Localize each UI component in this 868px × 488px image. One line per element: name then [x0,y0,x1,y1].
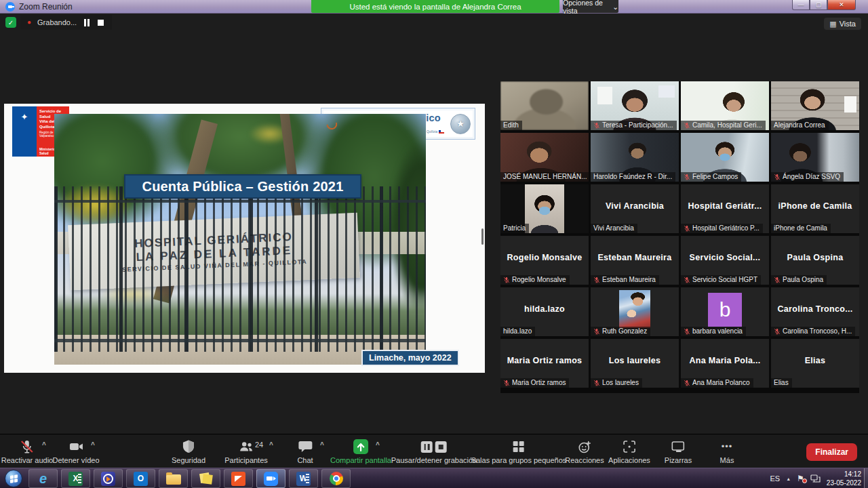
security-button[interactable]: Seguridad [172,439,205,464]
hidden-icons-caret[interactable]: ▲ [786,476,791,481]
reactions-button[interactable]: Reacciones [565,439,604,464]
caret-up-icon[interactable]: ^ [376,441,380,449]
unmute-audio-button[interactable]: Reactivar audio ^ [1,439,53,464]
participant-tile[interactable]: Patricia [500,184,589,233]
pause-recording-icon[interactable] [83,19,91,26]
participant-label-text: Felipe Campos [692,173,738,180]
participant-label: Servicio Social HGPT [681,275,761,285]
breakout-rooms-icon [511,439,526,454]
participant-tile[interactable]: b barbara valencia [681,287,769,336]
participant-tile[interactable]: Los laureles Los laureles [591,339,679,388]
start-button[interactable] [5,470,22,487]
participant-label-text: Ana Maria Polanco [692,379,750,386]
taskbar-excel-icon[interactable]: X [61,469,90,488]
toolbar-label: Pizarras [665,456,692,464]
maximize-button[interactable]: ▢ [810,0,827,10]
participant-tile[interactable]: Edith [500,81,589,130]
caret-up-icon[interactable]: ^ [91,441,95,449]
taskbar-chrome-icon[interactable] [321,469,351,488]
taskbar-word-icon[interactable]: W [289,469,318,488]
participant-tile[interactable]: Vivi Arancibia Vivi Arancibia [591,184,679,233]
end-meeting-button[interactable]: Finalizar [806,443,857,461]
participant-tile[interactable]: Haroldo Faúndez R - Dir... [591,133,679,182]
view-options-button[interactable]: Opciones de vista ⌄ [563,0,618,13]
taskbar-zoom-icon[interactable] [256,469,285,488]
caret-up-icon[interactable]: ^ [320,441,324,449]
participant-label: Rogelio Monsalve [500,275,570,285]
participant-tile[interactable]: Ángela Díaz SSVQ [771,133,859,182]
whiteboard-icon [671,439,686,454]
participant-label-text: Los laureles [602,379,639,386]
network-icon[interactable] [810,474,821,483]
participant-tile[interactable]: Alejandra Correa [771,81,859,130]
participant-label: barbara valencia [681,327,746,336]
breakout-rooms-button[interactable]: Salas para grupos pequeños [471,439,567,464]
vista-button[interactable]: ▦ Vista [824,18,861,30]
taskbar-sticky-notes-icon[interactable] [191,469,220,488]
participant-label: Hospital Geriátrico P... [681,224,763,233]
close-button[interactable]: ✕ [827,0,856,10]
chat-button[interactable]: Chat ^ [297,439,313,464]
show-desktop-button[interactable] [864,468,868,488]
chevron-down-icon: ⌄ [612,3,618,11]
pause-recording-icon[interactable] [421,441,433,453]
participant-label-text: Vivi Arancibia [593,224,634,232]
participant-tile[interactable]: Elias Elias [771,339,859,388]
whiteboards-button[interactable]: Pizarras [665,439,692,464]
share-screen-button[interactable]: Compartir pantalla ^ [330,439,391,464]
taskbar-clock[interactable]: 14:12 23-05-2022 [827,470,861,487]
participant-tile[interactable]: Ruth Gonzalez [591,287,679,336]
view-options-label: Opciones de vista [563,0,610,15]
hospital-seal-icon: ★ [450,114,471,134]
participants-button[interactable]: Participantes 24 ^ [224,439,268,464]
participant-tile[interactable]: Servicio Social... Servicio Social HGPT [681,236,769,285]
chile-flag-icon [439,130,444,134]
minimize-button[interactable]: — [792,0,810,10]
participant-tile[interactable]: Teresa - Participación... [591,81,679,130]
mic-muted-icon [684,122,690,129]
participant-tile[interactable]: Felipe Campos [681,133,769,182]
stop-recording-icon[interactable] [97,19,105,26]
action-center-flag-icon[interactable]: ⚑ [797,474,804,483]
shield-icon [181,439,196,454]
participant-tile[interactable]: Carolina Tronco... Carolina Troncoso, H.… [771,287,859,336]
participant-label: hilda.lazo [500,327,535,336]
shared-screen-slide: ✦ Servicio de Salud Viña del Mar Quillot… [4,104,485,373]
taskbar-pdf-reader-icon[interactable] [224,469,253,488]
slide-date-badge: Limache, mayo 2022 [361,350,459,366]
participant-tile[interactable]: Hospital Geriátr... Hospital Geriátrico … [681,184,769,233]
caret-up-icon[interactable]: ^ [269,441,273,449]
participant-tile[interactable]: iPhone de Camila iPhone de Camila [771,184,859,233]
participant-label-text: Ángela Díaz SSVQ [783,173,840,180]
scrollbar-thumb[interactable] [481,228,484,245]
pause-stop-recording-button[interactable]: Pausar/detener grabación [391,439,477,464]
mic-muted-icon [593,122,600,129]
participant-tile[interactable]: Rogelio Monsalve Rogelio Monsalve [500,236,589,285]
caret-up-icon[interactable]: ^ [42,441,46,449]
apps-icon [622,439,637,454]
participant-tile[interactable]: Ana Maria Pola... Ana Maria Polanco [681,339,769,388]
participant-tile[interactable]: hilda.lazo hilda.lazo [500,287,589,336]
security-shield-icon[interactable]: ✓ [5,17,16,28]
more-button[interactable]: ••• Más [720,439,734,464]
taskbar-media-player-icon[interactable] [94,469,123,488]
participant-label-text: barbara valencia [692,327,743,335]
taskbar-outlook-icon[interactable]: O [126,469,155,488]
language-indicator[interactable]: ES [770,474,780,483]
participant-label-text: iPhone de Camila [774,224,827,232]
participant-name: Rogelio Monsalve [500,236,589,279]
stop-recording-icon[interactable] [435,441,447,453]
participant-tile[interactable]: Maria Ortiz ramos Maria Ortiz ramos [500,339,589,388]
taskbar-internet-explorer-icon[interactable]: e [28,469,58,488]
stop-video-button[interactable]: Detener vídeo ^ [52,439,99,464]
participant-tile[interactable]: JOSÉ MANUEL HERNÁN... [500,133,589,182]
participant-tile[interactable]: Camila, Hospital Geri... [681,81,769,130]
participant-tile[interactable]: Paula Ospina Paula Ospina [771,236,859,285]
participant-label: Paula Ospina [771,275,827,285]
taskbar-file-explorer-icon[interactable] [159,469,188,488]
participants-count-badge: 24 [255,441,263,449]
apps-button[interactable]: Aplicaciones [608,439,650,464]
taskbar-apps: e X O W [28,469,351,488]
mic-muted-icon [593,328,600,335]
participant-tile[interactable]: Esteban Maureira Esteban Maureira [591,236,679,285]
